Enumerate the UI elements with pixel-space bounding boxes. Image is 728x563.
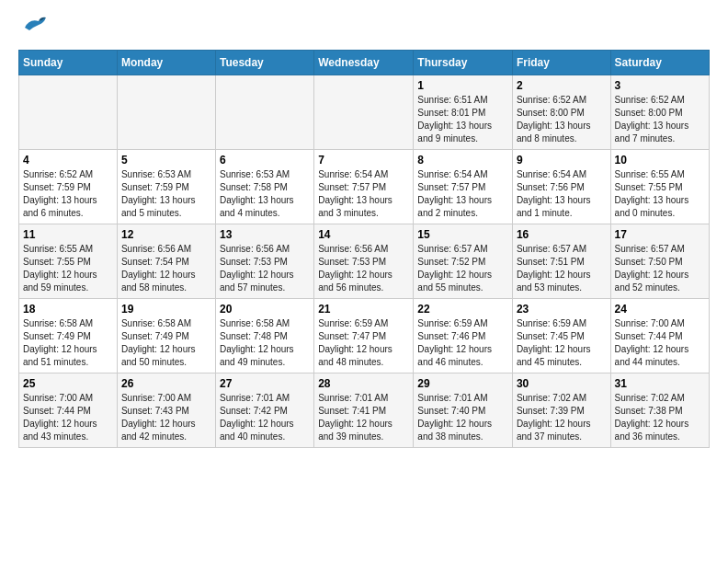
day-info-text: Daylight: 12 hours and 44 minutes. [615,343,705,369]
calendar-cell: 17Sunrise: 6:57 AMSunset: 7:50 PMDayligh… [610,224,709,299]
day-info-text: Sunrise: 7:01 AM [220,392,310,405]
day-info-text: Sunset: 7:41 PM [318,405,409,418]
day-info-text: Sunrise: 6:52 AM [517,94,607,107]
calendar-cell: 20Sunrise: 6:58 AMSunset: 7:48 PMDayligh… [216,299,314,373]
header-cell-monday: Monday [117,51,215,75]
day-info-text: Sunset: 7:44 PM [615,330,705,343]
header-cell-sunday: Sunday [19,51,118,75]
calendar-cell: 10Sunrise: 6:55 AMSunset: 7:55 PMDayligh… [610,150,709,224]
day-info-text: Daylight: 13 hours and 0 minutes. [615,194,705,220]
calendar-cell: 3Sunrise: 6:52 AMSunset: 8:00 PMDaylight… [610,75,709,150]
day-number: 23 [517,303,607,316]
day-number: 4 [23,154,113,167]
day-number: 20 [220,303,310,316]
day-number: 1 [417,79,508,92]
day-info-text: Daylight: 12 hours and 51 minutes. [23,343,113,369]
day-info-text: Daylight: 13 hours and 6 minutes. [23,194,113,220]
day-info-text: Sunrise: 7:01 AM [417,392,508,405]
day-info-text: Sunset: 7:53 PM [318,256,409,269]
day-info-text: Sunset: 7:38 PM [615,405,705,418]
calendar-cell: 19Sunrise: 6:58 AMSunset: 7:49 PMDayligh… [117,299,215,373]
day-info-text: Daylight: 12 hours and 55 minutes. [417,269,508,294]
day-number: 3 [615,79,705,92]
day-info-text: Sunrise: 6:57 AM [417,243,508,256]
calendar-cell: 2Sunrise: 6:52 AMSunset: 8:00 PMDaylight… [512,75,610,150]
day-info-text: Sunrise: 6:56 AM [220,243,310,256]
day-info-text: Sunset: 7:59 PM [121,181,211,194]
calendar-cell: 9Sunrise: 6:54 AMSunset: 7:56 PMDaylight… [512,150,610,224]
day-info-text: Daylight: 13 hours and 9 minutes. [417,120,508,145]
calendar-cell: 24Sunrise: 7:00 AMSunset: 7:44 PMDayligh… [610,299,709,373]
calendar-cell [314,75,414,150]
day-info-text: Sunset: 7:44 PM [23,405,113,418]
day-info-text: Daylight: 12 hours and 43 minutes. [23,418,113,443]
day-number: 30 [517,377,607,390]
calendar-cell: 27Sunrise: 7:01 AMSunset: 7:42 PMDayligh… [216,373,314,448]
day-info-text: Daylight: 12 hours and 57 minutes. [220,269,310,294]
calendar-cell: 29Sunrise: 7:01 AMSunset: 7:40 PMDayligh… [414,373,513,448]
calendar-cell: 31Sunrise: 7:02 AMSunset: 7:38 PMDayligh… [610,373,709,448]
calendar-header: SundayMondayTuesdayWednesdayThursdayFrid… [19,51,710,75]
day-info-text: Daylight: 12 hours and 42 minutes. [121,418,211,443]
day-info-text: Sunrise: 7:00 AM [121,392,211,405]
day-info-text: Daylight: 12 hours and 38 minutes. [417,418,508,443]
day-info-text: Sunrise: 6:56 AM [318,243,409,256]
day-info-text: Sunrise: 7:00 AM [23,392,113,405]
calendar-cell: 14Sunrise: 6:56 AMSunset: 7:53 PMDayligh… [314,224,414,299]
day-number: 10 [615,154,705,167]
day-info-text: Sunrise: 6:57 AM [615,243,705,256]
day-info-text: Sunrise: 6:59 AM [417,317,508,330]
day-info-text: Sunset: 7:54 PM [121,256,211,269]
day-info-text: Sunset: 8:00 PM [517,107,607,120]
calendar-cell: 30Sunrise: 7:02 AMSunset: 7:39 PMDayligh… [512,373,610,448]
calendar-table: SundayMondayTuesdayWednesdayThursdayFrid… [18,50,710,448]
day-info-text: Daylight: 12 hours and 36 minutes. [615,418,705,443]
calendar-cell: 1Sunrise: 6:51 AMSunset: 8:01 PMDaylight… [414,75,513,150]
day-info-text: Sunset: 7:39 PM [517,405,607,418]
day-number: 29 [417,377,508,390]
day-info-text: Sunrise: 6:57 AM [517,243,607,256]
week-row-1: 1Sunrise: 6:51 AMSunset: 8:01 PMDaylight… [19,75,710,150]
day-info-text: Sunset: 7:51 PM [517,256,607,269]
day-info-text: Sunrise: 6:55 AM [615,168,705,181]
day-info-text: Daylight: 13 hours and 3 minutes. [318,194,409,220]
day-info-text: Sunset: 7:57 PM [318,181,409,194]
day-info-text: Daylight: 12 hours and 40 minutes. [220,418,310,443]
day-info-text: Sunrise: 6:56 AM [121,243,211,256]
day-info-text: Sunrise: 6:58 AM [121,317,211,330]
header-cell-thursday: Thursday [414,51,513,75]
day-info-text: Sunrise: 6:59 AM [517,317,607,330]
calendar-cell: 25Sunrise: 7:00 AMSunset: 7:44 PMDayligh… [19,373,118,448]
day-info-text: Sunrise: 6:54 AM [318,168,409,181]
day-number: 15 [417,228,508,241]
day-info-text: Daylight: 13 hours and 7 minutes. [615,120,705,145]
day-number: 2 [517,79,607,92]
day-info-text: Daylight: 12 hours and 48 minutes. [318,343,409,369]
calendar-body: 1Sunrise: 6:51 AMSunset: 8:01 PMDaylight… [19,75,710,448]
calendar-cell: 16Sunrise: 6:57 AMSunset: 7:51 PMDayligh… [512,224,610,299]
day-info-text: Sunset: 7:45 PM [517,330,607,343]
day-info-text: Sunrise: 6:54 AM [417,168,508,181]
day-info-text: Daylight: 12 hours and 56 minutes. [318,269,409,294]
week-row-5: 25Sunrise: 7:00 AMSunset: 7:44 PMDayligh… [19,373,710,448]
day-info-text: Daylight: 13 hours and 8 minutes. [517,120,607,145]
day-number: 16 [517,228,607,241]
day-info-text: Sunrise: 6:58 AM [220,317,310,330]
day-info-text: Daylight: 12 hours and 53 minutes. [517,269,607,294]
day-info-text: Sunset: 7:46 PM [417,330,508,343]
week-row-3: 11Sunrise: 6:55 AMSunset: 7:55 PMDayligh… [19,224,710,299]
calendar-cell: 28Sunrise: 7:01 AMSunset: 7:41 PMDayligh… [314,373,414,448]
day-number: 22 [417,303,508,316]
day-number: 18 [23,303,113,316]
day-info-text: Sunrise: 6:55 AM [23,243,113,256]
day-info-text: Daylight: 13 hours and 2 minutes. [417,194,508,220]
day-info-text: Daylight: 12 hours and 58 minutes. [121,269,211,294]
calendar-cell: 7Sunrise: 6:54 AMSunset: 7:57 PMDaylight… [314,150,414,224]
page-header [18,18,710,40]
day-info-text: Daylight: 13 hours and 5 minutes. [121,194,211,220]
day-info-text: Daylight: 12 hours and 52 minutes. [615,269,705,294]
day-info-text: Sunset: 7:47 PM [318,330,409,343]
week-row-4: 18Sunrise: 6:58 AMSunset: 7:49 PMDayligh… [19,299,710,373]
day-info-text: Sunset: 7:49 PM [23,330,113,343]
calendar-cell: 18Sunrise: 6:58 AMSunset: 7:49 PMDayligh… [19,299,118,373]
